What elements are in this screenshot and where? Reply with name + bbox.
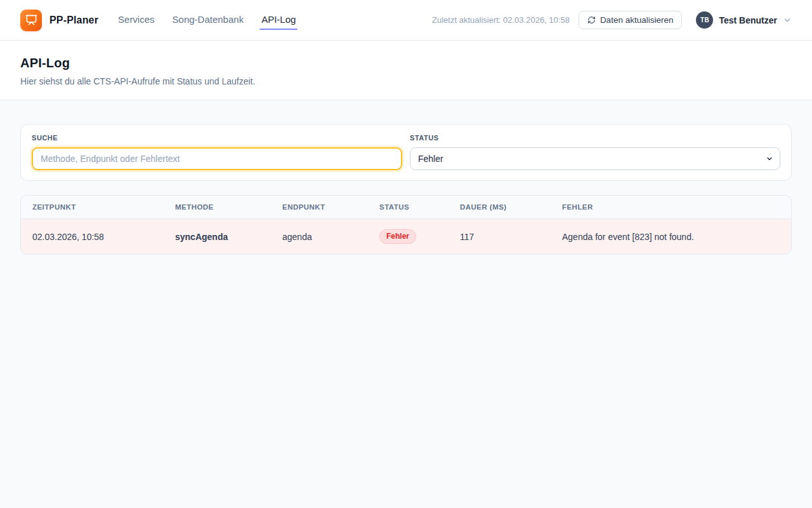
table-row: 02.03.2026, 10:58 syncAgenda agenda Fehl… [21, 219, 791, 255]
refresh-button-label: Daten aktualisieren [600, 15, 674, 25]
last-updated-text: Zuletzt aktualisiert: 02.03.2026, 10:58 [432, 15, 570, 25]
chevron-down-icon [783, 16, 792, 25]
status-label: STATUS [410, 134, 780, 142]
user-name: Test Benutzer [719, 15, 777, 25]
nav-item-services[interactable]: Services [117, 10, 155, 30]
refresh-data-button[interactable]: Daten aktualisieren [579, 11, 683, 29]
cell-endpunkt: agenda [282, 219, 379, 255]
search-input[interactable] [32, 147, 402, 170]
api-log-table-card: ZEITPUNKT METHODE ENDPUNKT STATUS DAUER … [20, 195, 792, 255]
filter-card: SUCHE STATUS Fehler [20, 124, 792, 181]
status-badge: Fehler [379, 229, 416, 244]
cell-status: Fehler [379, 219, 460, 255]
status-select[interactable]: Fehler [410, 147, 780, 170]
cell-zeitpunkt: 02.03.2026, 10:58 [21, 219, 175, 255]
page-subtitle: Hier siehst du alle CTS-API-Aufrufe mit … [20, 76, 792, 86]
api-log-table: ZEITPUNKT METHODE ENDPUNKT STATUS DAUER … [21, 196, 791, 254]
page-header: API-Log Hier siehst du alle CTS-API-Aufr… [0, 41, 812, 100]
nav-item-api-log[interactable]: API-Log [261, 10, 296, 30]
col-header-zeitpunkt: ZEITPUNKT [21, 196, 175, 219]
status-field-group: STATUS Fehler [410, 134, 780, 170]
col-header-status: STATUS [379, 196, 460, 219]
col-header-fehler: FEHLER [562, 196, 791, 219]
search-label: SUCHE [32, 134, 402, 142]
nav-item-song-datenbank[interactable]: Song-Datenbank [172, 10, 245, 30]
col-header-dauer: DAUER (MS) [460, 196, 562, 219]
col-header-endpunkt: ENDPUNKT [282, 196, 379, 219]
brand-name: PP-Planer [49, 15, 98, 26]
status-select-wrap: Fehler [410, 147, 780, 170]
page-title: API-Log [20, 56, 792, 70]
presentation-icon [25, 14, 37, 26]
col-header-methode: METHODE [175, 196, 282, 219]
cell-dauer: 117 [460, 219, 562, 255]
search-field-group: SUCHE [32, 134, 402, 170]
main-content: SUCHE STATUS Fehler ZEITPUNKT [0, 100, 812, 255]
avatar: TB [696, 11, 713, 29]
top-bar: PP-Planer Services Song-Datenbank API-Lo… [0, 0, 812, 41]
main-nav: Services Song-Datenbank API-Log [117, 10, 296, 30]
app-logo [20, 10, 42, 31]
cell-methode: syncAgenda [175, 219, 282, 255]
user-menu[interactable]: TB Test Benutzer [696, 11, 792, 29]
brand-home-link[interactable]: PP-Planer [20, 10, 98, 31]
cell-fehler: Agenda for event [823] not found. [562, 219, 791, 255]
table-header-row: ZEITPUNKT METHODE ENDPUNKT STATUS DAUER … [21, 196, 791, 219]
refresh-icon [587, 16, 596, 24]
